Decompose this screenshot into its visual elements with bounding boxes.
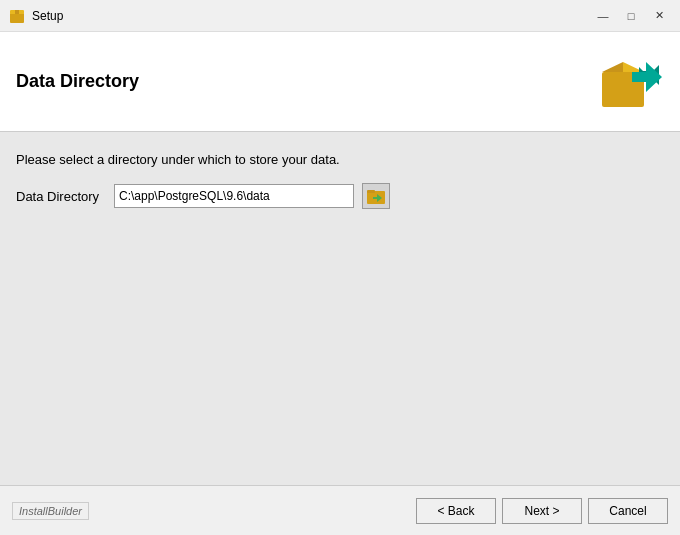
svg-rect-2 (15, 10, 19, 14)
svg-rect-0 (10, 13, 24, 23)
folder-icon (366, 186, 386, 206)
header-section: Data Directory (0, 32, 680, 132)
back-button[interactable]: < Back (416, 498, 496, 524)
title-bar-controls: — □ ✕ (590, 6, 672, 26)
main-content: Data Directory Please select a directory… (0, 32, 680, 535)
page-title: Data Directory (16, 71, 139, 92)
content-body: Please select a directory under which to… (0, 132, 680, 485)
field-row: Data Directory (16, 183, 664, 209)
data-directory-input[interactable] (114, 184, 354, 208)
footer-buttons: < Back Next > Cancel (416, 498, 668, 524)
browse-button[interactable] (362, 183, 390, 209)
title-bar-left: Setup (8, 7, 63, 25)
installbuilder-label: InstallBuilder (12, 502, 89, 520)
app-icon (8, 7, 26, 25)
next-button[interactable]: Next > (502, 498, 582, 524)
cancel-button[interactable]: Cancel (588, 498, 668, 524)
description-text: Please select a directory under which to… (16, 152, 664, 167)
close-button[interactable]: ✕ (646, 6, 672, 26)
minimize-button[interactable]: — (590, 6, 616, 26)
header-package-icon (594, 47, 664, 117)
maximize-button[interactable]: □ (618, 6, 644, 26)
field-label: Data Directory (16, 189, 106, 204)
title-bar: Setup — □ ✕ (0, 0, 680, 32)
footer-section: InstallBuilder < Back Next > Cancel (0, 485, 680, 535)
svg-rect-11 (367, 190, 375, 193)
svg-marker-4 (602, 62, 623, 72)
window-title: Setup (32, 9, 63, 23)
